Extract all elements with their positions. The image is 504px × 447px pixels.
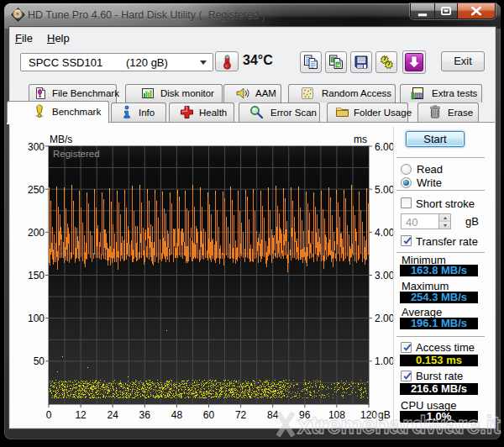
svg-text:ms: ms	[354, 134, 367, 145]
svg-text:MB/s: MB/s	[50, 134, 72, 145]
svg-text:0: 0	[46, 409, 52, 421]
svg-text:36: 36	[139, 409, 151, 421]
svg-text:2.00: 2.00	[375, 313, 395, 324]
svg-text:300: 300	[28, 141, 45, 153]
svg-text:4.00: 4.00	[375, 227, 395, 239]
svg-text:1.00: 1.00	[375, 355, 395, 367]
svg-text:150: 150	[28, 270, 45, 281]
svg-text:Registered: Registered	[53, 149, 100, 159]
svg-text:xtremehardware.it: xtremehardware.it	[297, 412, 501, 439]
svg-text:200: 200	[28, 227, 45, 239]
svg-text:5.00: 5.00	[375, 184, 395, 196]
svg-text:50: 50	[34, 355, 45, 367]
svg-text:250: 250	[28, 184, 45, 196]
svg-text:6.00: 6.00	[375, 141, 395, 153]
svg-text:12: 12	[75, 409, 87, 421]
svg-text:72: 72	[235, 409, 247, 421]
svg-text:24: 24	[108, 409, 119, 421]
svg-text:100: 100	[28, 313, 45, 324]
svg-text:48: 48	[171, 409, 183, 421]
svg-text:3.00: 3.00	[375, 270, 395, 281]
svg-text:60: 60	[203, 409, 215, 421]
